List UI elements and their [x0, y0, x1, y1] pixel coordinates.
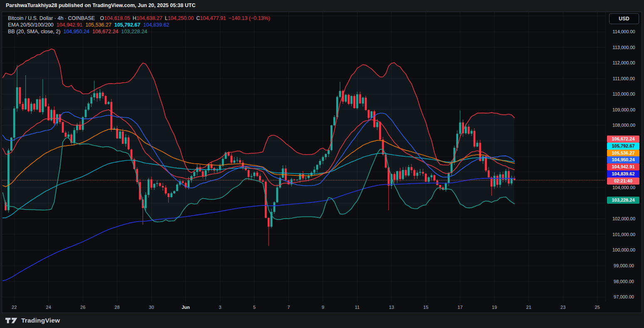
- time-tick-label: 17: [451, 305, 469, 310]
- time-tick-label: 24: [39, 305, 58, 310]
- price-tick-label: 101,000.00: [606, 232, 642, 237]
- chart-legend: Bitcoin / U.S. Dollar · 4h · COINBASE O1…: [8, 15, 270, 35]
- bb-upper-price-label: 106,672.24: [607, 136, 639, 143]
- price-scale[interactable]: USD 114,000.00113,000.00112,000.00111,00…: [605, 12, 642, 302]
- bb-legend-value: 106,672.24: [92, 29, 118, 35]
- price-chart[interactable]: [2, 12, 605, 302]
- ema-legend-value: 104,839.62: [143, 22, 170, 28]
- price-tick-label: 110,000.00: [606, 91, 642, 97]
- bb-lower-price-label: 103,228.24: [607, 197, 639, 204]
- attribution-text: ParshwaTurakhiya28 published on TradingV…: [6, 2, 195, 8]
- ohlc-letter: H: [133, 15, 136, 21]
- price-tick-label: 113,000.00: [606, 44, 642, 50]
- ema-legend-label: EMA 20/50/100/200: [8, 22, 54, 28]
- time-tick-label: Jun: [177, 305, 195, 310]
- ema-legend-value: 104,942.91: [57, 22, 83, 28]
- ohlc-letter: C: [196, 15, 200, 21]
- bb-legend-value: 103,228.24: [121, 29, 148, 35]
- ema50-price-label: 105,536.27: [607, 150, 639, 157]
- time-tick-label: 23: [554, 305, 572, 310]
- footer-bar: TradingView: [0, 313, 644, 328]
- time-tick-label: 11: [348, 305, 366, 310]
- bb-legend-label: BB (20, SMA, close, 2): [8, 29, 60, 35]
- price-tick-label: 99,000.00: [606, 263, 642, 269]
- symbol-legend-row[interactable]: Bitcoin / U.S. Dollar · 4h · COINBASE O1…: [8, 15, 270, 22]
- time-tick-label: 5: [245, 305, 264, 310]
- time-tick-label: 15: [417, 305, 435, 310]
- ema20-price-label: 104,942.91: [607, 163, 639, 170]
- ema100-price-label: 105,792.67: [607, 143, 639, 150]
- price-tick-label: 104,000.00: [606, 185, 642, 190]
- symbol-title: Bitcoin / U.S. Dollar · 4h · COINBASE: [8, 15, 95, 21]
- price-tick-label: 97,000.00: [606, 294, 642, 300]
- time-tick-label: 7: [279, 305, 298, 310]
- price-tick-label: 109,000.00: [606, 107, 642, 113]
- ema200-price-label: 104,839.62: [607, 170, 639, 178]
- ohlc-value: 104,618.05: [104, 15, 130, 21]
- ohlc-value: 104,250.00: [168, 15, 194, 21]
- time-tick-label: 13: [382, 305, 401, 310]
- snapshot-header: ParshwaTurakhiya28 published on TradingV…: [0, 0, 644, 12]
- time-tick-label: 28: [108, 305, 126, 310]
- change-value: −140.13 (−0.13%): [229, 15, 270, 21]
- price-tick-label: 112,000.00: [606, 60, 642, 66]
- countdown-label: 02:21:40: [607, 178, 639, 185]
- price-tick-label: 111,000.00: [606, 76, 642, 81]
- ohlc-letter: O: [100, 15, 104, 21]
- price-tick-label: 100,000.00: [606, 247, 642, 253]
- price-tick-label: 114,000.00: [606, 29, 642, 35]
- ema-legend-value: 105,536.27: [85, 22, 111, 28]
- price-tick-label: 102,000.00: [606, 216, 642, 222]
- ema-legend-value: 105,792.67: [114, 22, 141, 28]
- price-tick-label: 98,000.00: [606, 279, 642, 284]
- bb-legend-value: 104,950.24: [63, 29, 89, 35]
- tradingview-logo-icon[interactable]: [5, 317, 17, 324]
- time-tick-label: 3: [211, 305, 229, 310]
- time-tick-label: 25: [588, 305, 607, 310]
- time-tick-label: 22: [5, 305, 23, 310]
- bb-legend-row[interactable]: BB (20, SMA, close, 2)104,950.24106,672.…: [8, 28, 270, 35]
- tradingview-brand-text[interactable]: TradingView: [21, 317, 60, 324]
- time-tick-label: 26: [74, 305, 92, 310]
- currency-toggle-button[interactable]: USD: [609, 13, 639, 24]
- chart-panel: Bitcoin / U.S. Dollar · 4h · COINBASE O1…: [2, 12, 642, 313]
- time-tick-label: 30: [142, 305, 160, 310]
- bb-basis-price-label: 104,950.24: [607, 156, 639, 163]
- time-tick-label: 9: [314, 305, 332, 310]
- time-tick-label: 21: [520, 305, 538, 310]
- time-tick-label: 19: [485, 305, 503, 310]
- time-scale[interactable]: 2224262830Jun35791113151719212325: [2, 302, 605, 313]
- ohlc-value: 104,638.27: [136, 15, 163, 21]
- price-tick-label: 108,000.00: [606, 122, 642, 128]
- ohlc-value: 104,477.91: [200, 15, 226, 21]
- ema-legend-row[interactable]: EMA 20/50/100/200104,942.91105,536.27105…: [8, 22, 270, 28]
